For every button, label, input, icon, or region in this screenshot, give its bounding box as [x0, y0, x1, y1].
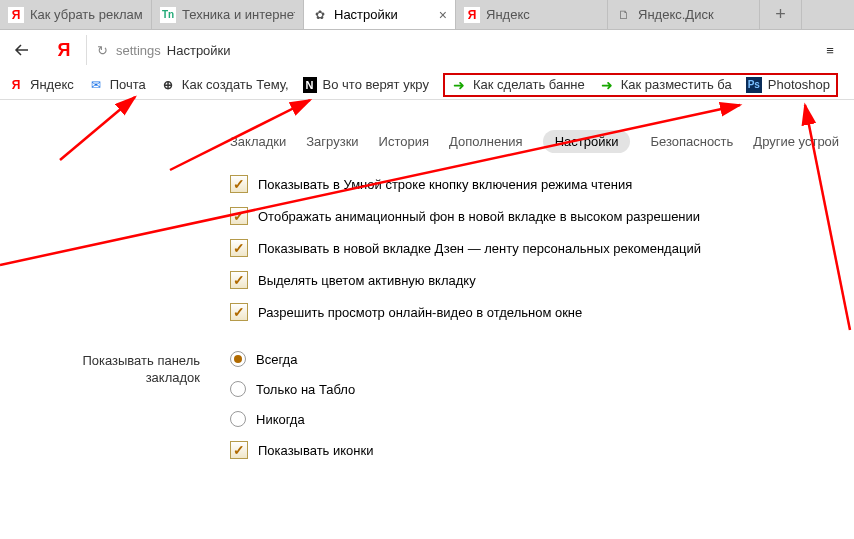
tab-label: Техника и интернет — [182, 7, 295, 22]
n-icon: N — [303, 77, 317, 93]
option-label: Выделять цветом активную вкладку — [258, 273, 476, 288]
option-video-popup[interactable]: Разрешить просмотр онлайн-видео в отдель… — [230, 303, 854, 321]
address-text: Настройки — [167, 43, 231, 58]
radio-icon[interactable] — [230, 411, 246, 427]
bookmark-label: Photoshop — [768, 77, 830, 92]
radio-label: Никогда — [256, 412, 305, 427]
bookmark-label: Яндекс — [30, 77, 74, 92]
tab-label: Яндекс.Диск — [638, 7, 751, 22]
menu-button[interactable]: ≡ — [812, 30, 848, 70]
section-tab-settings[interactable]: Настройки — [543, 130, 631, 153]
section-tab-addons[interactable]: Дополнения — [449, 134, 523, 149]
option-label: Показывать в новой вкладке Дзен — ленту … — [258, 241, 701, 256]
tab-2[interactable]: Tn Техника и интернет — [152, 0, 304, 29]
radio-icon[interactable] — [230, 381, 246, 397]
section-tab-security[interactable]: Безопасность — [650, 134, 733, 149]
bookmark-item[interactable]: ➜ Как сделать банне — [451, 77, 585, 93]
option-label: Показывать в Умной строке кнопку включен… — [258, 177, 632, 192]
site-icon: Tn — [160, 7, 176, 23]
option-animated-bg[interactable]: Отображать анимационный фон в новой вкла… — [230, 207, 854, 225]
tab-label: Яндекс — [486, 7, 599, 22]
radio-label: Только на Табло — [256, 382, 355, 397]
radio-tile-only[interactable]: Только на Табло — [230, 381, 854, 397]
tab-1[interactable]: Я Как убрать реклам — [0, 0, 152, 29]
tab-label: Настройки — [334, 7, 433, 22]
option-reading-mode-button[interactable]: Показывать в Умной строке кнопку включен… — [230, 175, 854, 193]
protocol-icon: ↻ — [97, 43, 108, 58]
bookmark-label: Как разместить ба — [621, 77, 732, 92]
tab-4[interactable]: Я Яндекс — [456, 0, 608, 29]
radio-always[interactable]: Всегда — [230, 351, 854, 367]
bookmark-label: Почта — [110, 77, 146, 92]
option-highlight-tab[interactable]: Выделять цветом активную вкладку — [230, 271, 854, 289]
gear-icon: ✿ — [312, 7, 328, 23]
tab-3-settings[interactable]: ✿ Настройки × — [304, 0, 456, 29]
bookmark-item[interactable]: ✉ Почта — [88, 77, 146, 93]
address-bar[interactable]: ↻ settings Настройки — [86, 35, 808, 65]
checkbox-icon[interactable] — [230, 175, 248, 193]
hb-icon: ⊕ — [160, 77, 176, 93]
section-tab-history[interactable]: История — [379, 134, 429, 149]
checkbox-icon[interactable] — [230, 271, 248, 289]
option-label: Разрешить просмотр онлайн-видео в отдель… — [258, 305, 582, 320]
checkbox-icon[interactable] — [230, 441, 248, 459]
address-prefix: settings — [116, 43, 161, 58]
hamburger-icon: ≡ — [826, 43, 834, 58]
mail-icon: ✉ — [88, 77, 104, 93]
bookmark-item[interactable]: ⊕ Как создать Тему, — [160, 77, 289, 93]
checkbox-icon[interactable] — [230, 303, 248, 321]
arrow-right-icon: ➜ — [451, 77, 467, 93]
svg-line-0 — [60, 97, 135, 160]
radio-never[interactable]: Никогда — [230, 411, 854, 427]
tab-label: Как убрать реклам — [30, 7, 143, 22]
arrow-right-icon: ➜ — [599, 77, 615, 93]
option-label: Отображать анимационный фон в новой вкла… — [258, 209, 700, 224]
yandex-home-icon: Я — [56, 40, 72, 61]
yandex-icon: Я — [8, 77, 24, 93]
section-tab-other-devices[interactable]: Другие устрой — [753, 134, 839, 149]
close-icon[interactable]: × — [439, 7, 447, 23]
radio-icon[interactable] — [230, 351, 246, 367]
arrow-left-icon — [14, 43, 34, 57]
bookmark-item[interactable]: Я Яндекс — [8, 77, 74, 93]
new-tab-button[interactable]: + — [760, 0, 802, 29]
photoshop-icon: Ps — [746, 77, 762, 93]
back-button[interactable] — [6, 30, 42, 70]
group-heading: Показывать панель закладок — [0, 351, 230, 387]
bookmarks-highlight-box: ➜ Как сделать банне ➜ Как разместить ба … — [443, 73, 838, 97]
bookmark-item[interactable]: ➜ Как разместить ба — [599, 77, 732, 93]
bookmarks-bar: Я Яндекс ✉ Почта ⊕ Как создать Тему, N В… — [0, 70, 854, 100]
nav-row: Я ↻ settings Настройки ≡ — [0, 30, 854, 70]
section-tab-bookmarks[interactable]: Закладки — [230, 134, 286, 149]
settings-options: Показывать в Умной строке кнопку включен… — [230, 175, 854, 321]
bookmark-label: Как создать Тему, — [182, 77, 289, 92]
tab-strip: Я Как убрать реклам Tn Техника и интерне… — [0, 0, 854, 30]
bookmark-label: Во что верят укру — [323, 77, 429, 92]
bookmark-item[interactable]: Ps Photoshop — [746, 77, 830, 93]
bookmark-label: Как сделать банне — [473, 77, 585, 92]
option-zen-feed[interactable]: Показывать в новой вкладке Дзен — ленту … — [230, 239, 854, 257]
yandex-icon: Я — [464, 7, 480, 23]
bookmark-item[interactable]: N Во что верят укру — [303, 77, 429, 93]
home-button[interactable]: Я — [46, 30, 82, 70]
disk-icon: 🗋 — [616, 7, 632, 23]
checkbox-icon[interactable] — [230, 207, 248, 225]
checkbox-icon[interactable] — [230, 239, 248, 257]
settings-section-tabs: Закладки Загрузки История Дополнения Нас… — [230, 100, 854, 175]
group-bookmarks-panel: Показывать панель закладок Всегда Только… — [0, 351, 854, 473]
option-show-icons[interactable]: Показывать иконки — [230, 441, 854, 459]
option-label: Показывать иконки — [258, 443, 373, 458]
radio-label: Всегда — [256, 352, 297, 367]
tab-5[interactable]: 🗋 Яндекс.Диск — [608, 0, 760, 29]
yandex-icon: Я — [8, 7, 24, 23]
section-tab-downloads[interactable]: Загрузки — [306, 134, 358, 149]
